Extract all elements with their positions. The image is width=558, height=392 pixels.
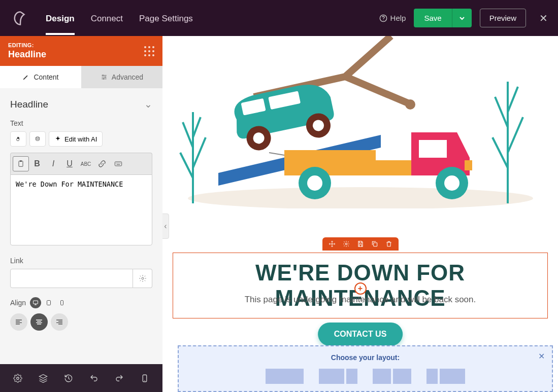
edit-ai-button[interactable]: Edit with AI [49,131,103,147]
delete-button[interactable] [385,240,392,247]
help-link[interactable]: Help [379,14,406,22]
svg-point-9 [142,277,144,279]
save-button[interactable]: Save [414,9,451,27]
svg-point-4 [103,78,104,79]
device-icons [30,297,68,308]
device-desktop-button[interactable] [30,297,41,308]
save-element-button[interactable] [357,240,364,247]
rte-underline-button[interactable]: U [61,156,78,171]
topbar-right: Help Save Preview ✕ [379,9,548,27]
history-button[interactable] [58,374,79,383]
tab-page-settings[interactable]: Page Settings [139,2,193,35]
device-tablet-button[interactable] [43,297,54,308]
layout-close-button[interactable]: ✕ [538,351,545,361]
text-tools-row: Edit with AI [10,131,152,147]
svg-point-5 [36,137,40,138]
drag-handle-icon[interactable] [144,46,154,56]
history-icon [64,374,73,383]
align-left-button[interactable] [10,313,27,331]
copy-icon [371,240,378,247]
rte-keyboard-button[interactable] [110,156,126,171]
keyboard-icon [114,160,122,168]
rte-paste-button[interactable] [13,156,29,171]
layout-option-3[interactable] [373,369,411,384]
layers-button[interactable] [33,374,53,383]
svg-point-32 [444,175,459,191]
svg-rect-7 [20,160,22,162]
sliders-icon [101,74,108,81]
svg-rect-35 [373,243,377,246]
svg-rect-11 [47,301,51,305]
sidebar: EDITING: Headline Content Advanced Headl… [0,36,162,392]
gear-icon [139,274,147,282]
desktop-icon [32,300,39,306]
section-title: Headline [10,99,48,110]
align-right-button[interactable] [51,313,68,331]
svg-rect-12 [61,301,63,305]
chevron-down-icon [459,16,465,21]
section-headline[interactable]: Headline ⌄ [10,98,152,110]
hand-icon [16,135,21,143]
device-mobile-button[interactable] [56,297,68,308]
layout-chooser: ✕ Choose your layout: [178,345,553,392]
database-tool-button[interactable] [29,131,46,147]
preview-button[interactable]: Preview [480,9,526,27]
add-element-button[interactable]: + [354,282,367,295]
svg-rect-8 [115,162,121,166]
svg-rect-10 [34,301,38,304]
save-group: Save [414,9,471,27]
align-section: Align [10,297,152,308]
layout-options [186,369,545,384]
settings-button[interactable] [8,374,28,383]
rte-bold-button[interactable]: B [29,156,45,171]
redo-icon [115,374,124,383]
link-row [10,269,152,288]
undo-icon [89,374,99,383]
svg-point-2 [102,75,103,76]
align-center-button[interactable] [30,313,48,331]
sidebar-collapse-handle[interactable]: ‹ [162,213,169,239]
database-icon [35,135,40,143]
maintenance-illustration [162,36,558,208]
move-button[interactable] [329,240,336,247]
rte-italic-button[interactable]: I [45,156,61,171]
svg-point-15 [144,380,145,381]
logo [10,8,30,28]
svg-rect-28 [465,160,472,170]
link-input[interactable] [10,269,133,288]
layout-option-2[interactable] [319,369,357,384]
hand-tool-button[interactable] [10,131,26,147]
rte-strike-button[interactable]: ABC [78,156,94,171]
element-toolbar [322,237,399,251]
svg-line-33 [269,153,284,155]
edit-ai-label: Edit with AI [64,135,97,143]
svg-point-16 [188,187,533,208]
subtitle-text[interactable]: This page is undergoing maintenance and … [162,295,558,305]
svg-rect-6 [19,161,23,167]
help-label: Help [390,14,406,22]
tab-advanced[interactable]: Advanced [81,66,162,88]
sparkle-icon [54,135,61,142]
link-settings-button[interactable] [133,269,152,288]
tab-design[interactable]: Design [46,2,75,35]
svg-point-34 [345,243,347,245]
close-icon[interactable]: ✕ [539,12,548,24]
undo-button[interactable] [84,374,104,383]
svg-rect-27 [419,140,447,158]
device-preview-button[interactable] [135,374,155,383]
duplicate-button[interactable] [371,240,378,247]
headline-textarea[interactable] [10,174,152,245]
layers-icon [39,374,48,383]
layout-option-1[interactable] [266,369,304,384]
align-buttons [10,313,152,331]
redo-button[interactable] [109,374,129,383]
tab-content[interactable]: Content [0,66,81,88]
element-settings-button[interactable] [343,240,350,247]
layout-option-4[interactable] [426,369,465,384]
tab-connect[interactable]: Connect [91,2,123,35]
tab-content-label: Content [34,73,58,81]
save-dropdown[interactable] [452,9,472,27]
rte-link-button[interactable] [94,156,110,171]
contact-button[interactable]: CONTACT US [318,323,403,346]
clipboard-icon [17,160,25,168]
